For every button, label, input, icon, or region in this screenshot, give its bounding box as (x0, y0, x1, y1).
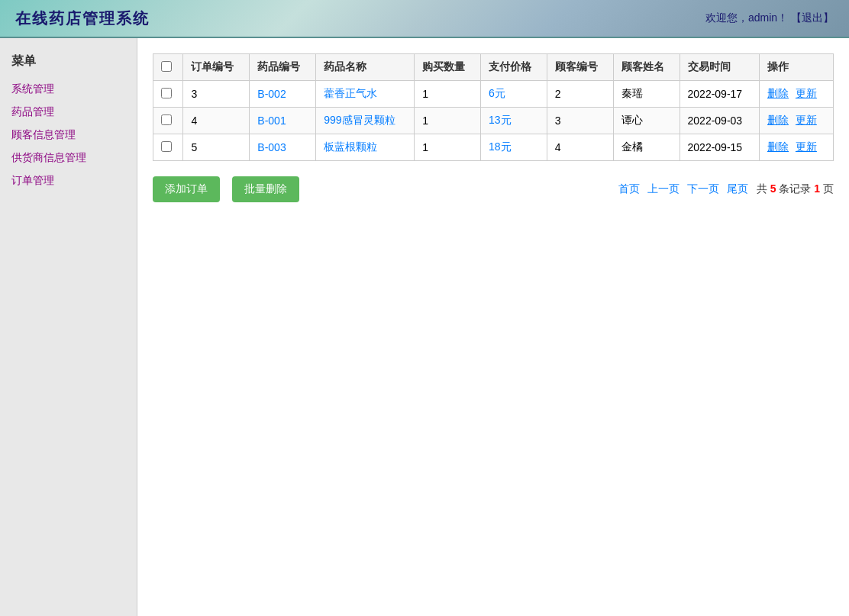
row-quantity: 1 (415, 81, 481, 108)
delete-action[interactable]: 删除 (767, 140, 789, 153)
row-quantity: 1 (415, 108, 481, 134)
prev-page-link[interactable]: 上一页 (647, 182, 680, 195)
row-customer-name: 秦瑶 (613, 81, 680, 108)
sidebar-nav: 系统管理 药品管理 顾客信息管理 供货商信息管理 订单管理 (11, 81, 125, 189)
col-order-id: 订单编号 (183, 54, 250, 81)
first-page-link[interactable]: 首页 (618, 182, 640, 195)
col-drug-name: 药品名称 (316, 54, 415, 81)
pagination-bar: 添加订单 批量删除 首页 上一页 下一页 尾页 共 5 条记录 1 页 (153, 176, 834, 202)
row-customer-id: 4 (547, 134, 613, 161)
total-prefix: 共 (757, 182, 767, 195)
row-customer-id: 2 (547, 81, 613, 108)
price-link[interactable]: 6元 (489, 87, 505, 99)
table-header-row: 订单编号 药品编号 药品名称 购买数量 支付价格 顾客编号 顾客姓名 交易时间 … (153, 54, 834, 81)
col-customer-name: 顾客姓名 (613, 54, 680, 81)
drug-code-link[interactable]: B-002 (257, 88, 286, 100)
drug-code-link[interactable]: B-003 (257, 141, 286, 153)
total-pages: 1 (814, 182, 820, 195)
action-buttons: 添加订单 批量删除 (153, 176, 299, 202)
col-customer-id: 顾客编号 (547, 54, 613, 81)
sidebar-item-drug[interactable]: 药品管理 (11, 104, 125, 121)
row-date: 2022-09-03 (680, 108, 759, 134)
row-price: 13元 (481, 108, 547, 134)
table-row: 3 B-002 藿香正气水 1 6元 2 秦瑶 2022-09-17 删除 更新 (153, 81, 834, 108)
drug-name-link[interactable]: 板蓝根颗粒 (324, 140, 377, 153)
row-order-id: 5 (183, 134, 250, 161)
sidebar-item-customer[interactable]: 顾客信息管理 (11, 127, 125, 144)
price-link[interactable]: 13元 (489, 114, 512, 126)
table-row: 5 B-003 板蓝根颗粒 1 18元 4 金橘 2022-09-15 删除 更… (153, 134, 834, 161)
last-page-link[interactable]: 尾页 (727, 182, 748, 195)
row-order-id: 4 (183, 108, 250, 134)
sidebar: 菜单 系统管理 药品管理 顾客信息管理 供货商信息管理 订单管理 (0, 38, 137, 616)
sidebar-link-supplier[interactable]: 供货商信息管理 (11, 150, 125, 166)
batch-delete-button[interactable]: 批量删除 (232, 176, 299, 202)
row-drug-name: 999感冒灵颗粒 (316, 108, 415, 134)
row-price: 6元 (481, 81, 547, 108)
row-checkbox-cell (153, 81, 183, 108)
row-actions: 删除 更新 (760, 81, 834, 108)
col-action: 操作 (760, 54, 834, 81)
row-customer-id: 3 (547, 108, 613, 134)
delete-action[interactable]: 删除 (767, 87, 789, 99)
row-customer-name: 金橘 (613, 134, 680, 161)
total-count: 5 (770, 182, 776, 195)
add-order-button[interactable]: 添加订单 (153, 176, 220, 202)
row-actions: 删除 更新 (760, 108, 834, 134)
row-drug-code: B-001 (250, 108, 316, 134)
sidebar-link-order[interactable]: 订单管理 (11, 173, 125, 189)
sidebar-item-supplier[interactable]: 供货商信息管理 (11, 150, 125, 166)
header-user-info: 欢迎您，admin！ 【退出】 (705, 11, 834, 25)
delete-action[interactable]: 删除 (767, 114, 789, 126)
row-price: 18元 (481, 134, 547, 161)
sidebar-link-system[interactable]: 系统管理 (11, 81, 125, 98)
row-date: 2022-09-17 (680, 81, 759, 108)
update-action[interactable]: 更新 (796, 140, 817, 153)
row-quantity: 1 (415, 134, 481, 161)
table-row: 4 B-001 999感冒灵颗粒 1 13元 3 谭心 2022-09-03 删… (153, 108, 834, 134)
sidebar-item-system[interactable]: 系统管理 (11, 81, 125, 98)
pagination-info: 首页 上一页 下一页 尾页 共 5 条记录 1 页 (616, 182, 834, 196)
update-action[interactable]: 更新 (796, 114, 817, 126)
total-mid: 条记录 (779, 182, 811, 195)
logout-link[interactable]: 【退出】 (791, 11, 834, 24)
row-customer-name: 谭心 (613, 108, 680, 134)
row-actions: 删除 更新 (760, 134, 834, 161)
row-checkbox[interactable] (161, 88, 172, 98)
col-drug-code: 药品编号 (250, 54, 316, 81)
layout: 菜单 系统管理 药品管理 顾客信息管理 供货商信息管理 订单管理 (0, 38, 849, 616)
drug-name-link[interactable]: 999感冒灵颗粒 (324, 114, 395, 126)
main-content: 订单编号 药品编号 药品名称 购买数量 支付价格 顾客编号 顾客姓名 交易时间 … (137, 38, 849, 616)
col-quantity: 购买数量 (415, 54, 481, 81)
total-info: 共 5 条记录 1 页 (754, 182, 834, 195)
col-date: 交易时间 (680, 54, 759, 81)
drug-code-link[interactable]: B-001 (257, 114, 286, 127)
orders-table: 订单编号 药品编号 药品名称 购买数量 支付价格 顾客编号 顾客姓名 交易时间 … (153, 53, 834, 161)
sidebar-link-customer[interactable]: 顾客信息管理 (11, 127, 125, 144)
col-price: 支付价格 (481, 54, 547, 81)
row-drug-name: 藿香正气水 (316, 81, 415, 108)
row-checkbox[interactable] (161, 141, 172, 152)
sidebar-item-order[interactable]: 订单管理 (11, 173, 125, 189)
total-suffix: 页 (823, 182, 834, 195)
row-drug-code: B-003 (250, 134, 316, 161)
row-drug-code: B-002 (250, 81, 316, 108)
row-checkbox-cell (153, 134, 183, 161)
row-checkbox-cell (153, 108, 183, 134)
row-date: 2022-09-15 (680, 134, 759, 161)
header: 在线药店管理系统 欢迎您，admin！ 【退出】 (0, 0, 849, 38)
site-title: 在线药店管理系统 (15, 8, 150, 29)
row-drug-name: 板蓝根颗粒 (316, 134, 415, 161)
row-checkbox[interactable] (161, 114, 172, 125)
col-checkbox (153, 54, 183, 81)
drug-name-link[interactable]: 藿香正气水 (324, 87, 377, 99)
welcome-text: 欢迎您，admin！ (705, 11, 788, 24)
sidebar-link-drug[interactable]: 药品管理 (11, 104, 125, 121)
row-order-id: 3 (183, 81, 250, 108)
select-all-checkbox[interactable] (161, 61, 172, 72)
next-page-link[interactable]: 下一页 (687, 182, 719, 195)
update-action[interactable]: 更新 (796, 87, 817, 99)
price-link[interactable]: 18元 (489, 140, 512, 153)
sidebar-title: 菜单 (11, 53, 125, 69)
